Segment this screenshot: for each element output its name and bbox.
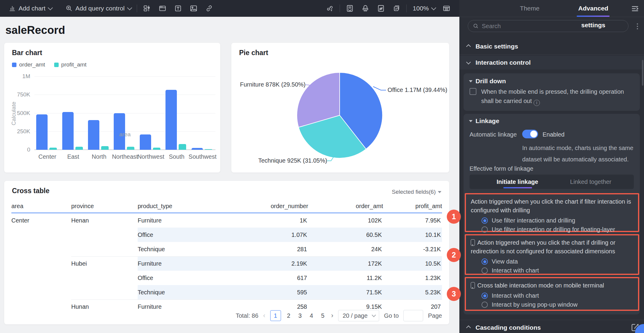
page-number-1[interactable]: 1	[270, 310, 281, 321]
table-cell: 595	[209, 285, 308, 299]
table-row[interactable]: Office61711.2K1.23K	[11, 271, 442, 285]
table-cell: 10.5K	[383, 256, 442, 271]
selected-fields-dropdown[interactable]: Selected fields(6)	[392, 189, 441, 195]
bar-profit-amt[interactable]	[101, 146, 109, 150]
kebab-menu-icon[interactable]	[634, 22, 640, 31]
pie-chart-card[interactable]: Pie chart Office 1.17M (39.44%) Furnitur…	[231, 43, 449, 172]
table-cell: 102K	[308, 213, 383, 228]
radio-label: Interact with chart	[492, 292, 539, 299]
radio-selected-icon[interactable]	[482, 293, 488, 299]
radio-option[interactable]: Use filter interaction and drilling	[482, 217, 634, 224]
table-row[interactable]: HubeiFurniture2.19K172K10.5K	[11, 256, 442, 271]
drill-down-checkbox[interactable]	[470, 88, 476, 95]
info-icon[interactable]: i	[534, 100, 540, 106]
column-header[interactable]: profit_amt	[383, 203, 442, 210]
search-input[interactable]	[482, 23, 623, 30]
bar-group-northeast[interactable]	[112, 76, 138, 150]
previous-page-button[interactable]: ‹	[263, 312, 265, 319]
radio-unselected-icon[interactable]	[482, 302, 488, 308]
bar-profit-amt[interactable]	[179, 144, 186, 150]
table-row[interactable]: Office1.07K60.5K10.1K	[11, 228, 442, 242]
table-cell: Furniture	[138, 213, 209, 228]
bar-profit-amt[interactable]	[127, 147, 134, 150]
tab-theme[interactable]: Theme	[507, 0, 552, 17]
radio-selected-icon[interactable]	[482, 217, 488, 224]
bar-group-southwest[interactable]	[190, 76, 215, 150]
toolbar-divider	[137, 4, 137, 12]
page-number-2[interactable]: 2	[285, 312, 292, 319]
column-header[interactable]: province	[71, 203, 138, 210]
bar-group-east[interactable]	[60, 76, 86, 150]
widget-layout-button[interactable]	[143, 4, 151, 12]
radio-unselected-icon[interactable]	[482, 226, 488, 233]
link-filter-button[interactable]	[326, 4, 334, 12]
radio-option[interactable]: Interact by using pop-up window	[482, 301, 634, 308]
page-size-select[interactable]: 20 / page	[338, 310, 379, 321]
legend-item-profit-amt[interactable]: profit_amt	[54, 61, 86, 68]
radio-selected-icon[interactable]	[482, 258, 488, 265]
section-basic-settings[interactable]: Basic settings	[459, 40, 644, 53]
divider	[459, 320, 644, 320]
bar-order-amt[interactable]	[192, 148, 203, 150]
link-icon[interactable]	[205, 4, 213, 12]
hide-preview-button[interactable]	[377, 4, 385, 12]
cross-table-card[interactable]: Cross table Selected fields(6) area prov…	[4, 181, 449, 324]
linkage-header[interactable]: Linkage	[469, 117, 499, 125]
section-interaction-control[interactable]: Interaction control	[459, 56, 644, 69]
add-query-control-button[interactable]: Add query control	[65, 4, 131, 12]
page-number-4[interactable]: 4	[308, 312, 315, 319]
bar-order-amt[interactable]	[165, 90, 177, 150]
column-header[interactable]: product_type	[138, 203, 209, 210]
caret-down-icon	[469, 80, 473, 82]
radio-option[interactable]: Interact with chart	[482, 292, 634, 299]
column-header[interactable]: area	[11, 203, 71, 210]
bar-chart-card[interactable]: Bar chart order_amt profit_amt Calculate…	[4, 43, 220, 172]
page-number-5[interactable]: 5	[319, 312, 326, 319]
grid-view-button[interactable]	[443, 4, 450, 12]
radio-option[interactable]: Use filter interaction or drilling for f…	[482, 226, 634, 233]
add-text-button[interactable]	[174, 4, 182, 12]
bar-order-amt[interactable]	[62, 112, 74, 150]
automatic-linkage-toggle[interactable]	[522, 130, 538, 138]
bar-profit-amt[interactable]	[75, 147, 83, 150]
goto-page-input[interactable]	[403, 310, 423, 321]
table-row[interactable]: Technique59571.5K5.23K	[11, 285, 442, 299]
radio-option[interactable]: View data	[482, 258, 634, 265]
bar-group-south[interactable]	[164, 76, 189, 150]
tab-linked-together[interactable]: Linked together	[556, 175, 625, 189]
page-number-3[interactable]: 3	[297, 312, 304, 319]
table-row[interactable]: Technique28124K-3.21K	[11, 242, 442, 256]
collapse-panel-icon[interactable]	[631, 4, 639, 13]
tab-widget-button[interactable]	[159, 4, 166, 12]
mobile-phone-icon	[471, 282, 475, 289]
radio-unselected-icon[interactable]	[482, 267, 488, 274]
tab-advanced-settings[interactable]: Advanced settings	[567, 0, 619, 17]
next-page-button[interactable]: ›	[331, 312, 333, 319]
zoom-level-value: 100%	[413, 5, 429, 12]
section-cascading-conditions[interactable]: Cascading conditions	[459, 321, 644, 333]
scrollbar-thumb[interactable]	[642, 60, 643, 86]
bar-group-north[interactable]	[86, 76, 112, 150]
radio-option[interactable]: Interact with chart	[482, 267, 634, 274]
add-chart-button[interactable]: Add chart	[8, 4, 51, 12]
bar-group-northwest[interactable]	[138, 76, 164, 150]
column-header[interactable]: order_number	[209, 203, 308, 210]
batch-select-button[interactable]	[393, 4, 400, 12]
bar-profit-amt[interactable]	[205, 149, 212, 150]
column-header[interactable]: order_amt	[308, 203, 383, 210]
active-tab-underline	[577, 16, 610, 17]
zoom-level-select[interactable]: 100%	[413, 5, 435, 12]
legend-item-order-amt[interactable]: order_amt	[12, 61, 45, 68]
drill-down-header[interactable]: Drill down	[469, 78, 506, 85]
bar-profit-amt[interactable]	[49, 148, 57, 150]
bar-profit-amt[interactable]	[153, 148, 160, 150]
section-label: Basic settings	[476, 43, 518, 50]
add-image-button[interactable]	[190, 4, 198, 12]
clean-brush-button[interactable]	[362, 4, 369, 12]
bar-group-center[interactable]	[34, 76, 60, 150]
tab-initiate-linkage[interactable]: Initiate linkage	[483, 175, 552, 189]
sidebar-search[interactable]	[468, 20, 628, 32]
active-tab-underline	[503, 187, 532, 188]
report-settings-button[interactable]	[346, 4, 354, 12]
table-row[interactable]: CenterHenanFurniture1K102K7.95K	[11, 213, 442, 228]
